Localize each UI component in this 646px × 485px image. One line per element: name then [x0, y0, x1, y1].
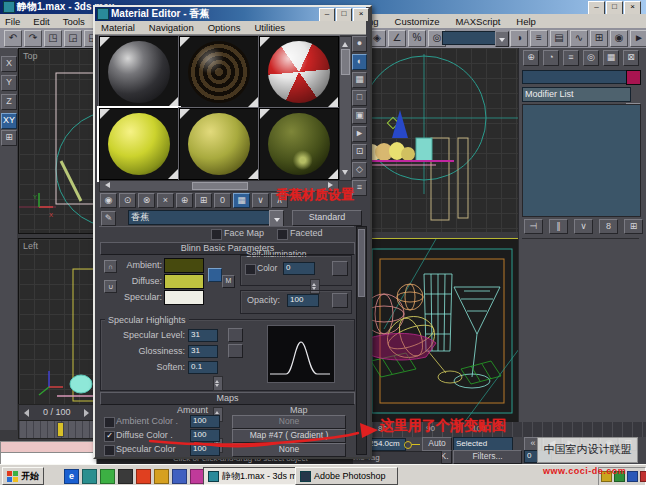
diffuse-color-swatch[interactable]	[164, 274, 204, 289]
put-to-library-icon[interactable]: ⊞	[195, 193, 212, 208]
diffuse-map-button[interactable]: Map #47 ( Gradient )	[232, 429, 346, 443]
modifier-stack-list[interactable]	[522, 104, 641, 217]
sample-slot-1[interactable]	[99, 36, 179, 108]
lock-ambient-icon[interactable]: ∩	[104, 260, 117, 273]
menu-item[interactable]: MAXScript	[453, 15, 502, 28]
reset-map-icon[interactable]: ×	[157, 193, 174, 208]
opacity-map-button[interactable]	[332, 293, 348, 308]
ambient-map-checkbox[interactable]	[104, 417, 115, 428]
viewport-front[interactable]	[365, 48, 519, 232]
motion-tab[interactable]: ◎	[583, 50, 599, 66]
self-illum-color-checkbox[interactable]	[245, 264, 256, 275]
remove-modifier-button[interactable]: 8	[599, 219, 618, 234]
specular-level-field[interactable]: 31	[188, 329, 218, 342]
mirror-icon[interactable]: ◑	[510, 30, 528, 47]
utilities-tab[interactable]: ⊠	[623, 50, 639, 66]
angle-snap-icon[interactable]: ∠	[388, 30, 406, 47]
blinn-rollout-header[interactable]: Blinn Basic Parameters	[100, 242, 355, 255]
maps-rollout-header[interactable]: Maps	[100, 392, 355, 405]
taskbar-button-max[interactable]: 静物1.max - 3ds m...	[203, 467, 299, 485]
ie-icon[interactable]: e	[64, 469, 79, 484]
lock-specular-icon[interactable]: ∪	[104, 280, 117, 293]
select-and-link-icon[interactable]: ◳	[44, 30, 62, 47]
rollout-scrollbar[interactable]	[356, 226, 367, 455]
start-button[interactable]: 开始	[2, 467, 44, 485]
make-preview-icon[interactable]: ►	[352, 126, 367, 142]
specular-color-swatch[interactable]	[164, 290, 204, 305]
menu-item[interactable]: Edit	[31, 15, 51, 28]
configure-modifier-sets-button[interactable]: ⊞	[624, 219, 643, 234]
viewport-top[interactable]: Top Y X	[18, 48, 95, 234]
time-slider[interactable]: 0 / 100	[18, 404, 95, 421]
sample-slot-6[interactable]	[259, 108, 339, 180]
undo-icon[interactable]: ↶	[4, 30, 22, 47]
make-copy-icon[interactable]: ⊕	[176, 193, 193, 208]
axis-constraint-button[interactable]: Z	[1, 94, 17, 110]
pin-stack-button[interactable]: ⊣	[524, 219, 543, 234]
material-type-button[interactable]: Standard	[292, 210, 362, 226]
mail-icon[interactable]	[154, 469, 169, 484]
antivirus-icon[interactable]	[627, 471, 638, 482]
time-slider-right-icon[interactable]	[84, 409, 93, 417]
key-filters-dropdown[interactable]: Selected	[453, 437, 513, 451]
diffuse-map-checkbox[interactable]: ✓	[104, 431, 115, 442]
time-slider-left-icon[interactable]	[20, 409, 29, 417]
quick-render-icon[interactable]: ►	[630, 30, 646, 47]
scroll-thumb[interactable]	[358, 229, 365, 297]
menu-item[interactable]: Tools	[61, 15, 87, 28]
auto-key-button[interactable]: Auto	[422, 437, 452, 451]
glossiness-field[interactable]: 31	[188, 345, 218, 358]
filters-button[interactable]: Filters...	[453, 450, 522, 464]
axis-constraint-button[interactable]: Y	[1, 75, 17, 91]
schematic-view-icon[interactable]: ⊞	[590, 30, 608, 47]
show-end-result-icon[interactable]: ∨	[252, 193, 269, 208]
viewport-camera[interactable]	[365, 238, 520, 424]
modifier-list-dropdown[interactable]: Modifier List	[522, 87, 631, 102]
sample-slot-5[interactable]	[179, 108, 259, 180]
show-map-in-viewport-icon[interactable]: ▦	[233, 193, 250, 208]
specular-map-checkbox[interactable]	[104, 445, 115, 456]
snap-grid-icon[interactable]: ⊞	[1, 130, 17, 146]
material-name-dropdown-arrow-icon[interactable]	[269, 210, 284, 227]
app-icon-3[interactable]	[172, 469, 187, 484]
named-selection-dropdown[interactable]	[442, 31, 500, 45]
menu-item[interactable]: Options	[206, 21, 243, 34]
sample-uv-tiling-icon[interactable]: □	[352, 90, 367, 106]
menu-item[interactable]: Utilities	[252, 21, 287, 34]
menu-item[interactable]: Material	[99, 21, 137, 34]
ambient-amount-field[interactable]: 100	[190, 415, 220, 428]
create-tab[interactable]: ⊕	[523, 50, 539, 66]
specular-level-map-button[interactable]	[228, 328, 243, 342]
modify-tab[interactable]: ◔	[543, 50, 559, 66]
show-end-result-button[interactable]: ∥	[549, 219, 568, 234]
menu-item[interactable]: File	[3, 15, 22, 28]
align-icon[interactable]: ≡	[530, 30, 548, 47]
sample-slot-4-selected[interactable]	[99, 108, 179, 180]
object-name-field[interactable]	[522, 70, 628, 84]
self-illum-value-field[interactable]: 0	[283, 262, 315, 275]
ambient-map-button[interactable]: None	[232, 415, 346, 429]
ambient-color-swatch[interactable]	[164, 258, 204, 273]
menu-item[interactable]: Navigation	[147, 21, 196, 34]
soften-field[interactable]: 0.1	[188, 361, 218, 374]
messenger-icon[interactable]	[640, 471, 646, 482]
specular-map-button[interactable]: None	[232, 443, 346, 457]
display-tab[interactable]: ▦	[603, 50, 619, 66]
specular-level-spinner[interactable]	[213, 376, 223, 391]
menu-item[interactable]: Customize	[393, 15, 442, 28]
sample-slot-3[interactable]	[259, 36, 339, 108]
close-button[interactable]: ×	[624, 1, 641, 15]
opacity-value-field[interactable]: 100	[287, 294, 319, 307]
lock-ambient-diffuse-button[interactable]	[208, 268, 222, 282]
named-selection-dropdown-arrow-icon[interactable]	[495, 31, 509, 47]
taskbar-button-photoshop[interactable]: Adobe Photoshop	[295, 467, 398, 485]
render-setup-icon[interactable]: ◉	[610, 30, 628, 47]
make-unique-button[interactable]: ∨	[574, 219, 593, 234]
track-bar-handle[interactable]	[57, 422, 64, 437]
slots-vertical-scrollbar[interactable]	[339, 36, 352, 181]
app-icon-1[interactable]	[118, 469, 133, 484]
me-restore-button[interactable]: □	[336, 8, 352, 22]
axis-constraint-button[interactable]: X	[1, 56, 17, 72]
menu-item[interactable]: Help	[514, 15, 538, 28]
track-bar-left[interactable]	[18, 420, 95, 439]
